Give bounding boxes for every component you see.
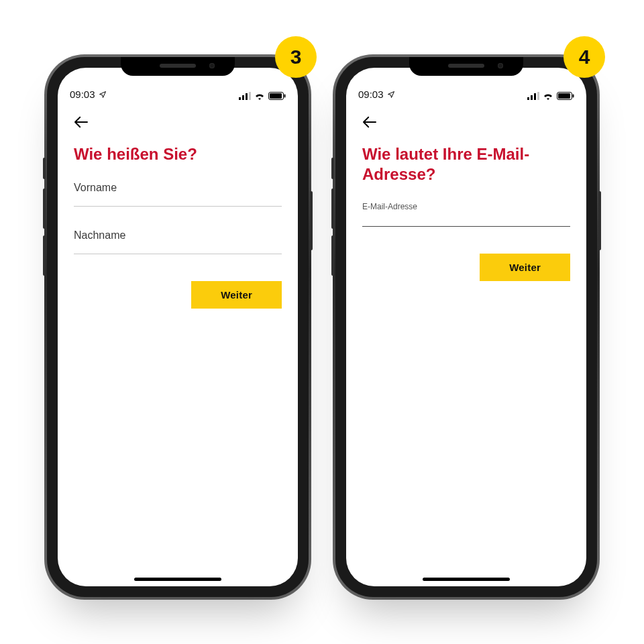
- svg-rect-8: [531, 95, 533, 100]
- back-arrow-icon[interactable]: [74, 116, 89, 128]
- continue-button[interactable]: Weiter: [191, 281, 282, 309]
- last-name-label: Nachname: [74, 229, 282, 241]
- svg-rect-6: [284, 95, 286, 98]
- svg-rect-5: [270, 93, 282, 99]
- battery-icon: [557, 92, 574, 100]
- phone-notch: [121, 57, 235, 76]
- svg-rect-7: [527, 97, 529, 100]
- first-name-label: Vorname: [74, 182, 282, 194]
- home-indicator[interactable]: [134, 578, 221, 581]
- location-arrow-icon: [387, 91, 395, 99]
- svg-rect-13: [573, 95, 574, 98]
- email-field[interactable]: E-Mail-Adresse: [362, 202, 570, 227]
- svg-rect-9: [534, 93, 536, 100]
- page-title: Wie lautet Ihre E-Mail-Adresse?: [362, 144, 570, 184]
- battery-icon: [268, 92, 286, 100]
- back-arrow-icon[interactable]: [362, 116, 377, 128]
- step-badge-4: 4: [564, 36, 605, 78]
- phone-mockup-4: 09:03: [335, 57, 597, 597]
- home-indicator[interactable]: [423, 578, 510, 581]
- svg-rect-10: [537, 92, 539, 100]
- step-badge-3: 3: [275, 36, 317, 78]
- cellular-signal-icon: [527, 92, 539, 100]
- location-arrow-icon: [99, 91, 107, 99]
- phone-mockup-3: 09:03: [47, 57, 309, 597]
- last-name-field[interactable]: Nachname: [74, 229, 282, 254]
- email-label: E-Mail-Adresse: [362, 202, 570, 211]
- cellular-signal-icon: [239, 92, 251, 100]
- status-time: 09:03: [70, 89, 95, 100]
- continue-button[interactable]: Weiter: [480, 254, 570, 281]
- status-time: 09:03: [358, 89, 384, 100]
- svg-rect-3: [249, 92, 251, 100]
- svg-rect-0: [239, 97, 241, 100]
- phone-notch: [409, 57, 523, 76]
- page-title: Wie heißen Sie?: [74, 144, 282, 164]
- svg-rect-12: [558, 93, 570, 99]
- svg-rect-2: [246, 93, 248, 100]
- svg-rect-1: [242, 95, 244, 100]
- wifi-icon: [543, 92, 553, 100]
- wifi-icon: [254, 92, 265, 100]
- first-name-field[interactable]: Vorname: [74, 182, 282, 207]
